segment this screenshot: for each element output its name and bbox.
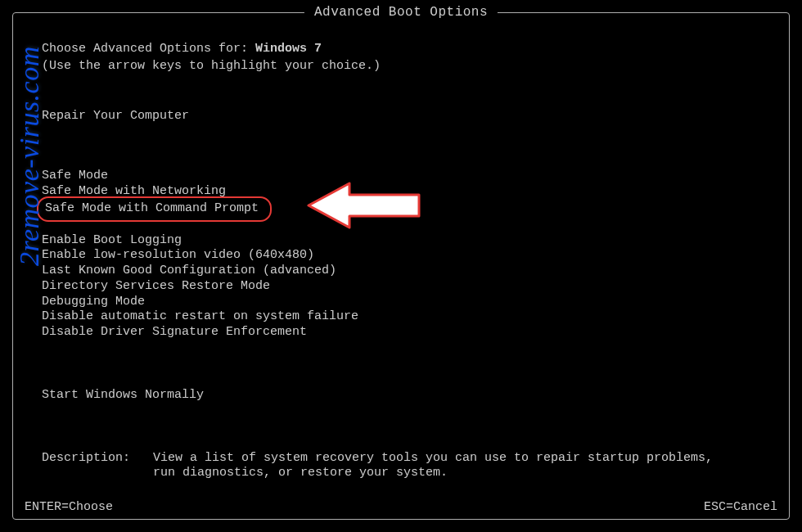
opt-directory-services-restore[interactable]: Directory Services Restore Mode (42, 279, 760, 295)
opt-disable-driver-signature[interactable]: Disable Driver Signature Enforcement (42, 325, 760, 340)
opt-disable-auto-restart[interactable]: Disable automatic restart on system fail… (42, 309, 760, 325)
description-block: Description: View a list of system recov… (42, 451, 760, 482)
opt-safe-mode[interactable]: Safe Mode (42, 169, 760, 184)
boot-options-frame: Advanced Boot Options Choose Advanced Op… (12, 12, 790, 520)
description-text: View a list of system recovery tools you… (153, 451, 726, 482)
opt-debugging-mode[interactable]: Debugging Mode (42, 295, 760, 310)
footer-enter: ENTER=Choose (25, 500, 113, 514)
safe-mode-group: Safe Mode Safe Mode with Networking Safe… (42, 169, 760, 218)
content-area: Choose Advanced Options for: Windows 7 (… (13, 13, 789, 489)
footer-esc: ESC=Cancel (704, 500, 777, 514)
opt-low-res-video[interactable]: Enable low-resolution video (640x480) (42, 248, 760, 264)
os-name: Windows 7 (255, 42, 322, 56)
opt-safe-mode-networking[interactable]: Safe Mode with Networking (42, 184, 760, 200)
hint-line: (Use the arrow keys to highlight your ch… (42, 59, 760, 74)
opt-last-known-good[interactable]: Last Known Good Configuration (advanced) (42, 264, 760, 279)
screen-title: Advanced Boot Options (304, 5, 498, 20)
opt-start-normally[interactable]: Start Windows Normally (42, 388, 760, 404)
description-label: Description: (42, 451, 137, 482)
opt-repair-computer[interactable]: Repair Your Computer (42, 109, 760, 124)
opt-enable-boot-logging[interactable]: Enable Boot Logging (42, 233, 760, 249)
footer-bar: ENTER=Choose ESC=Cancel (25, 500, 777, 514)
choose-prefix: Choose Advanced Options for: (42, 42, 255, 56)
options-group: Enable Boot Logging Enable low-resolutio… (42, 233, 760, 340)
opt-safe-mode-command-prompt-label: Safe Mode with Command Prompt (45, 201, 259, 215)
opt-safe-mode-command-prompt[interactable]: Safe Mode with Command Prompt (42, 200, 760, 219)
choose-line: Choose Advanced Options for: Windows 7 (42, 42, 760, 57)
normal-group: Start Windows Normally (42, 388, 760, 404)
